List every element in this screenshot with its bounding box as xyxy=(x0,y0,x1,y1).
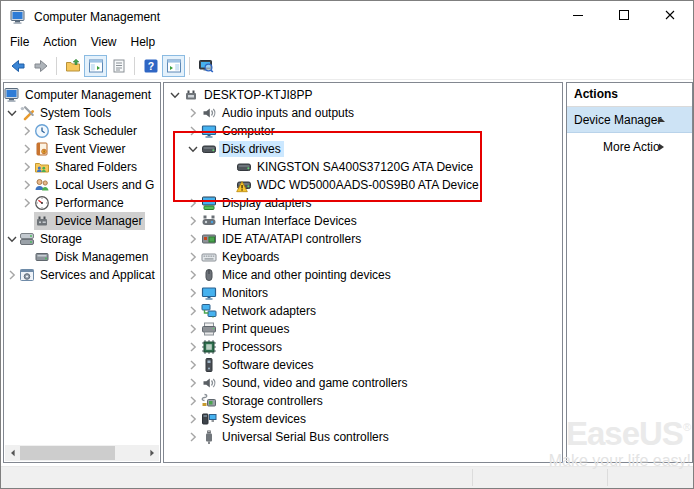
svg-text:?: ? xyxy=(147,60,153,72)
tree-item-services-and-applicat[interactable]: Services and Applicat xyxy=(4,266,160,284)
tree-item-computer-management[interactable]: Computer Management xyxy=(4,86,160,104)
tree-item-system-devices[interactable]: System devices xyxy=(164,410,562,428)
arrow-forward-icon xyxy=(33,58,49,74)
chevron-right-icon[interactable] xyxy=(185,340,201,354)
tree-item-disk-managemen[interactable]: Disk Managemen xyxy=(4,248,160,266)
tree-item-print-queues[interactable]: Print queues xyxy=(164,320,562,338)
back-button[interactable] xyxy=(6,55,29,77)
tree-item-storage-controllers[interactable]: Storage controllers xyxy=(164,392,562,410)
tree-item-wdc-wd5000aads-00s9b0-ata-device[interactable]: WDC WD5000AADS-00S9B0 ATA Device xyxy=(164,176,562,194)
tree-item-computer[interactable]: Computer xyxy=(164,122,562,140)
chevron-right-icon[interactable] xyxy=(20,178,34,192)
tree-item-label: Disk drives xyxy=(219,141,284,157)
tree-item-task-scheduler[interactable]: Task Scheduler xyxy=(4,122,160,140)
chevron-right-icon[interactable] xyxy=(185,412,201,426)
show-console-tree-button[interactable] xyxy=(84,55,107,77)
collapse-up-icon[interactable] xyxy=(656,115,666,125)
chevron-right-icon[interactable] xyxy=(185,124,201,138)
tree-item-universal-serial-bus-controllers[interactable]: Universal Serial Bus controllers xyxy=(164,428,562,446)
chevron-down-icon[interactable] xyxy=(167,88,183,102)
storage-controller-icon xyxy=(201,393,217,409)
tree-item-content: System devices xyxy=(201,410,309,428)
chevron-right-icon[interactable] xyxy=(20,160,34,174)
tree-item-monitors[interactable]: Monitors xyxy=(164,284,562,302)
menu-file[interactable]: File xyxy=(3,33,36,52)
scroll-right-icon[interactable] xyxy=(144,445,159,461)
tree-item-storage[interactable]: Storage xyxy=(4,230,160,248)
scrollbar-track[interactable] xyxy=(20,445,144,461)
chevron-right-icon[interactable] xyxy=(20,124,34,138)
up-one-level-button[interactable] xyxy=(61,55,84,77)
tree-item-software-devices[interactable]: Software devices xyxy=(164,356,562,374)
scroll-left-icon[interactable] xyxy=(5,445,20,461)
chevron-right-icon[interactable] xyxy=(185,196,201,210)
close-button[interactable] xyxy=(647,1,693,32)
menu-action[interactable]: Action xyxy=(36,33,83,52)
chevron-right-icon[interactable] xyxy=(185,268,201,282)
console-tree: Computer ManagementSystem ToolsTask Sche… xyxy=(4,83,160,284)
chevron-right-icon[interactable] xyxy=(185,376,201,390)
chevron-right-icon[interactable] xyxy=(20,196,34,210)
tree-item-performance[interactable]: Performance xyxy=(4,194,160,212)
tree-item-content: Task Scheduler xyxy=(34,122,140,140)
menu-view[interactable]: View xyxy=(84,33,124,52)
audio-icon xyxy=(201,105,217,121)
folder-up-icon xyxy=(65,58,81,74)
tree-item-mice-and-other-pointing-devices[interactable]: Mice and other pointing devices xyxy=(164,266,562,284)
hid-icon xyxy=(201,213,217,229)
chevron-down-icon[interactable] xyxy=(185,142,201,156)
tree-item-label: Event Viewer xyxy=(52,141,128,157)
chevron-right-icon[interactable] xyxy=(185,286,201,300)
tree-item-label: System Tools xyxy=(37,105,114,121)
tree-item-system-tools[interactable]: System Tools xyxy=(4,104,160,122)
scan-hardware-button[interactable] xyxy=(194,55,217,77)
show-action-pane-button[interactable] xyxy=(162,55,185,77)
minimize-button[interactable] xyxy=(555,1,601,32)
tree-item-label: Services and Applicat xyxy=(37,267,158,283)
chevron-right-icon[interactable] xyxy=(185,106,201,120)
chevron-right-icon[interactable] xyxy=(185,304,201,318)
chevron-right-icon[interactable] xyxy=(185,394,201,408)
menu-help[interactable]: Help xyxy=(124,33,163,52)
scan-computer-icon xyxy=(198,58,214,74)
chevron-right-icon[interactable] xyxy=(185,322,201,336)
tree-item-content: Monitors xyxy=(201,284,271,302)
chevron-right-icon[interactable] xyxy=(185,214,201,228)
forward-button[interactable] xyxy=(29,55,52,77)
chevron-right-icon[interactable] xyxy=(5,268,19,282)
tree-item-keyboards[interactable]: Keyboards xyxy=(164,248,562,266)
chevron-right-icon[interactable] xyxy=(185,430,201,444)
chevron-right-icon[interactable] xyxy=(185,358,201,372)
properties-button[interactable] xyxy=(107,55,130,77)
chevron-right-icon[interactable] xyxy=(185,250,201,264)
tree-item-processors[interactable]: Processors xyxy=(164,338,562,356)
tree-item-kingston-sa400s37120g-ata-device[interactable]: KINGSTON SA400S37120G ATA Device xyxy=(164,158,562,176)
maximize-button[interactable] xyxy=(601,1,647,32)
toolbar-separator xyxy=(56,57,57,75)
tree-item-content: Storage controllers xyxy=(201,392,326,410)
tree-item-sound-video-and-game-controllers[interactable]: Sound, video and game controllers xyxy=(164,374,562,392)
tree-item-disk-drives[interactable]: Disk drives xyxy=(164,140,562,158)
tree-item-display-adapters[interactable]: Display adapters xyxy=(164,194,562,212)
actions-group-device-manager[interactable]: Device Manager xyxy=(567,107,692,133)
tree-item-network-adapters[interactable]: Network adapters xyxy=(164,302,562,320)
chevron-right-icon[interactable] xyxy=(20,142,34,156)
tree-item-label: Storage xyxy=(37,231,85,247)
tree-item-local-users-and-g[interactable]: Local Users and G xyxy=(4,176,160,194)
help-button[interactable]: ? xyxy=(139,55,162,77)
tree-item-ide-ata-atapi-controllers[interactable]: IDE ATA/ATAPI controllers xyxy=(164,230,562,248)
horizontal-scrollbar[interactable] xyxy=(5,445,159,461)
tree-item-event-viewer[interactable]: Event Viewer xyxy=(4,140,160,158)
tree-item-audio-inputs-and-outputs[interactable]: Audio inputs and outputs xyxy=(164,104,562,122)
chevron-down-icon[interactable] xyxy=(5,106,19,120)
more-actions-item[interactable]: More Actio xyxy=(567,136,692,158)
tree-item-desktop-ktji8pp[interactable]: DESKTOP-KTJI8PP xyxy=(164,86,562,104)
tree-item-shared-folders[interactable]: Shared Folders xyxy=(4,158,160,176)
tree-item-human-interface-devices[interactable]: Human Interface Devices xyxy=(164,212,562,230)
device-tree-panel: DESKTOP-KTJI8PPAudio inputs and outputsC… xyxy=(163,82,563,463)
tree-item-device-manager[interactable]: Device Manager xyxy=(4,212,160,230)
chevron-down-icon[interactable] xyxy=(5,232,19,246)
scrollbar-thumb[interactable] xyxy=(20,446,115,460)
chevron-right-icon[interactable] xyxy=(185,232,201,246)
tree-item-label: Universal Serial Bus controllers xyxy=(219,429,392,445)
